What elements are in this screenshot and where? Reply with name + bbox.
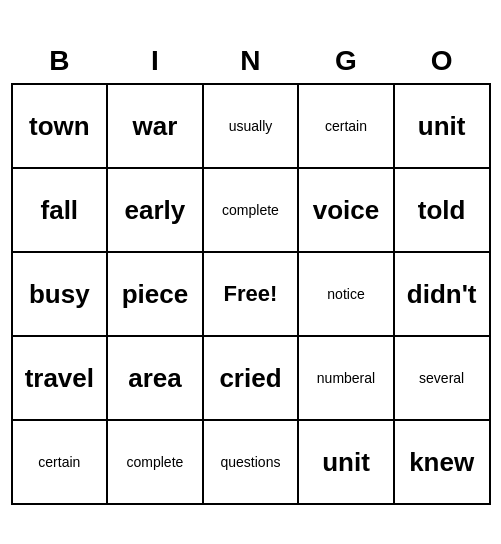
cell-text-0-4: unit xyxy=(418,111,466,141)
bingo-cell-0-2[interactable]: usually xyxy=(203,84,299,168)
bingo-cell-2-0[interactable]: busy xyxy=(12,252,108,336)
cell-text-1-2: complete xyxy=(222,202,279,218)
bingo-row-2: busypieceFree!noticedidn't xyxy=(12,252,490,336)
cell-text-0-1: war xyxy=(133,111,178,141)
bingo-cell-3-2[interactable]: cried xyxy=(203,336,299,420)
cell-text-2-0: busy xyxy=(29,279,90,309)
cell-text-4-3: unit xyxy=(322,447,370,477)
bingo-cell-2-4[interactable]: didn't xyxy=(394,252,490,336)
bingo-cell-3-4[interactable]: several xyxy=(394,336,490,420)
bingo-cell-1-0[interactable]: fall xyxy=(12,168,108,252)
bingo-cell-0-0[interactable]: town xyxy=(12,84,108,168)
bingo-cell-4-1[interactable]: complete xyxy=(107,420,203,504)
cell-text-2-3: notice xyxy=(327,286,364,302)
bingo-cell-1-4[interactable]: told xyxy=(394,168,490,252)
bingo-header-O: O xyxy=(394,39,490,84)
bingo-cell-0-3[interactable]: certain xyxy=(298,84,394,168)
cell-text-4-0: certain xyxy=(38,454,80,470)
cell-text-0-3: certain xyxy=(325,118,367,134)
bingo-cell-3-1[interactable]: area xyxy=(107,336,203,420)
cell-text-2-2: Free! xyxy=(224,281,278,306)
bingo-header-G: G xyxy=(298,39,394,84)
cell-text-3-1: area xyxy=(128,363,182,393)
cell-text-1-3: voice xyxy=(313,195,380,225)
bingo-cell-3-3[interactable]: numberal xyxy=(298,336,394,420)
bingo-cell-2-1[interactable]: piece xyxy=(107,252,203,336)
bingo-header-N: N xyxy=(203,39,299,84)
bingo-row-4: certaincompletequestionsunitknew xyxy=(12,420,490,504)
cell-text-4-4: knew xyxy=(409,447,474,477)
bingo-cell-1-3[interactable]: voice xyxy=(298,168,394,252)
cell-text-1-0: fall xyxy=(41,195,79,225)
cell-text-4-2: questions xyxy=(221,454,281,470)
bingo-cell-1-1[interactable]: early xyxy=(107,168,203,252)
bingo-cell-3-0[interactable]: travel xyxy=(12,336,108,420)
cell-text-3-3: numberal xyxy=(317,370,375,386)
cell-text-1-1: early xyxy=(125,195,186,225)
bingo-row-1: fallearlycompletevoicetold xyxy=(12,168,490,252)
bingo-cell-4-0[interactable]: certain xyxy=(12,420,108,504)
bingo-card: BINGO townwarusuallycertainunitfallearly… xyxy=(11,39,491,505)
bingo-cell-4-4[interactable]: knew xyxy=(394,420,490,504)
bingo-cell-0-4[interactable]: unit xyxy=(394,84,490,168)
bingo-cell-0-1[interactable]: war xyxy=(107,84,203,168)
bingo-cell-4-2[interactable]: questions xyxy=(203,420,299,504)
bingo-header-B: B xyxy=(12,39,108,84)
cell-text-2-4: didn't xyxy=(407,279,477,309)
bingo-row-3: travelareacriednumberalseveral xyxy=(12,336,490,420)
cell-text-0-2: usually xyxy=(229,118,273,134)
cell-text-3-4: several xyxy=(419,370,464,386)
bingo-cell-4-3[interactable]: unit xyxy=(298,420,394,504)
cell-text-3-2: cried xyxy=(219,363,281,393)
bingo-cell-2-2[interactable]: Free! xyxy=(203,252,299,336)
cell-text-4-1: complete xyxy=(127,454,184,470)
bingo-cell-1-2[interactable]: complete xyxy=(203,168,299,252)
cell-text-2-1: piece xyxy=(122,279,189,309)
cell-text-0-0: town xyxy=(29,111,90,141)
bingo-cell-2-3[interactable]: notice xyxy=(298,252,394,336)
bingo-row-0: townwarusuallycertainunit xyxy=(12,84,490,168)
cell-text-1-4: told xyxy=(418,195,466,225)
cell-text-3-0: travel xyxy=(25,363,94,393)
bingo-header-I: I xyxy=(107,39,203,84)
